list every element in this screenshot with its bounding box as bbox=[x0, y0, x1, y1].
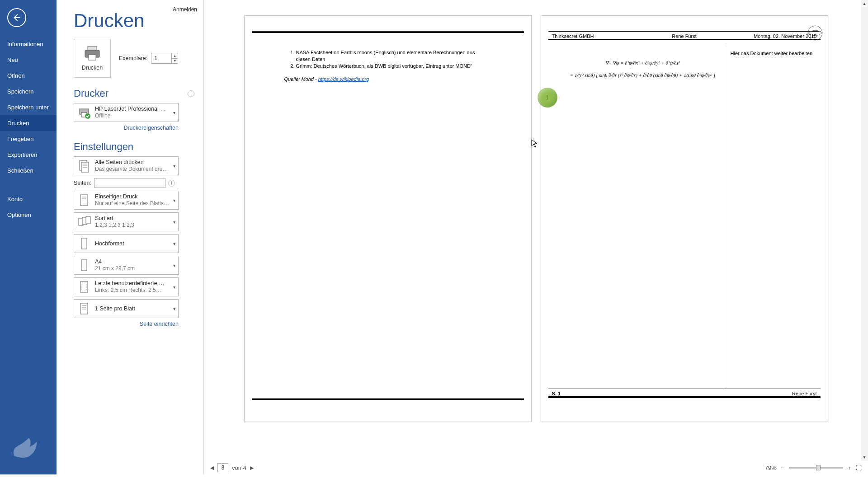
source-label: Quelle: Mond - bbox=[284, 76, 318, 82]
zoom-slider[interactable] bbox=[789, 467, 843, 469]
sidebar-item-speichern[interactable]: Speichern bbox=[0, 84, 57, 99]
pages-input[interactable] bbox=[94, 178, 165, 188]
sidebar-item-informationen[interactable]: Informationen bbox=[0, 36, 57, 52]
page-setup-link[interactable]: Seite einrichten bbox=[74, 321, 179, 327]
svg-rect-7 bbox=[81, 162, 89, 172]
single-side-icon bbox=[77, 193, 91, 207]
sidebar-item-freigeben[interactable]: Freigeben bbox=[0, 131, 57, 147]
pages-icon bbox=[77, 159, 91, 173]
printer-status-icon bbox=[77, 105, 91, 120]
printer-section-heading: Drucker i bbox=[74, 88, 194, 99]
sidebar-item-oeffnen[interactable]: Öffnen bbox=[0, 68, 57, 84]
sidebar-item-schliessen[interactable]: Schließen bbox=[0, 163, 57, 178]
chevron-down-icon: ▾ bbox=[173, 110, 175, 115]
pages-row: Seiten: i bbox=[74, 178, 194, 188]
duplex-selector[interactable]: Einseitiger Druck Nur auf eine Seite des… bbox=[74, 191, 179, 210]
backstage: Informationen Neu Öffnen Speichern Speic… bbox=[0, 0, 868, 474]
collate-selector[interactable]: Sortiert 1;2;3 1;2;3 1;2;3 ▾ bbox=[74, 212, 179, 231]
comment-text: Hier das Dokument weiter bearbeiten bbox=[731, 51, 813, 56]
of-pages-label: von 4 bbox=[232, 465, 246, 471]
doc-header-date: Montag, 02. November 2015 bbox=[728, 33, 816, 39]
copies-label: Exemplare: bbox=[119, 55, 147, 61]
chevron-down-icon: ▾ bbox=[173, 285, 175, 290]
printer-properties-link[interactable]: Druckereigenschaften bbox=[74, 125, 179, 131]
bird-logo-icon bbox=[9, 431, 41, 463]
preview-scrollbar[interactable]: ▲ ▼ bbox=[861, 0, 868, 461]
next-page-icon[interactable]: ▶ bbox=[250, 465, 254, 471]
scroll-up-icon[interactable]: ▲ bbox=[861, 0, 868, 7]
copies-spinner[interactable]: ▲ ▼ bbox=[171, 53, 178, 63]
one-per-sheet-icon bbox=[77, 301, 91, 316]
signin-link[interactable]: Anmelden bbox=[173, 6, 197, 13]
copies-input[interactable]: 1 ▲ ▼ bbox=[151, 53, 178, 64]
svg-rect-18 bbox=[81, 260, 87, 271]
printer-status: Offline bbox=[95, 113, 167, 120]
sidebar-item-exportieren[interactable]: Exportieren bbox=[0, 147, 57, 163]
print-button[interactable]: Drucken bbox=[74, 39, 111, 78]
zoom-thumb[interactable] bbox=[816, 465, 821, 470]
doc-header-company: Thinksecret GMBH bbox=[552, 33, 640, 39]
sidebar-item-optionen[interactable]: Optionen bbox=[0, 207, 57, 223]
backstage-sidebar: Informationen Neu Öffnen Speichern Speic… bbox=[0, 0, 57, 474]
chevron-down-icon: ▾ bbox=[173, 241, 175, 246]
collate-icon bbox=[77, 215, 91, 229]
spin-down-icon[interactable]: ▼ bbox=[171, 59, 178, 64]
printer-icon bbox=[83, 46, 101, 61]
print-action-row: Drucken Exemplare: 1 ▲ ▼ bbox=[74, 39, 194, 78]
equation-1: ∇ · ∇ψ = ∂²ψ/∂x² + ∂²ψ/∂y² + ∂²ψ/∂z² bbox=[566, 59, 719, 67]
svg-rect-2 bbox=[89, 55, 96, 60]
prev-page-icon[interactable]: ◀ bbox=[210, 465, 214, 471]
svg-rect-17 bbox=[81, 238, 87, 249]
print-what-selector[interactable]: Alle Seiten drucken Das gesamte Dokument… bbox=[74, 156, 179, 175]
equation-2: = 1/(r² sinθ) [ sinθ ∂/∂r (r² ∂ψ/∂r) + ∂… bbox=[566, 71, 719, 80]
paper-size-selector[interactable]: A4 21 cm x 29,7 cm ▾ bbox=[74, 256, 179, 275]
doc-footer-page: S. 1 bbox=[552, 391, 684, 396]
back-button[interactable] bbox=[7, 8, 26, 27]
page-title: Drucken bbox=[74, 10, 194, 32]
sidebar-item-neu[interactable]: Neu bbox=[0, 52, 57, 68]
doc-footer-author: Rene Fürst bbox=[684, 391, 817, 396]
printer-name: HP LaserJet Professional CP… bbox=[95, 105, 167, 113]
preview-page-right: Thinksecret GMBH Rene Fürst Montag, 02. … bbox=[541, 15, 828, 422]
zoom-value: 79% bbox=[765, 465, 777, 471]
sidebar-item-drucken[interactable]: Drucken bbox=[0, 115, 57, 131]
source-link: https://de.wikipedia.org bbox=[318, 76, 369, 82]
preview-page-left: NASA Factsheet on Earth's moons (Englisc… bbox=[244, 15, 532, 422]
pages-per-sheet-selector[interactable]: 1 Seite pro Blatt ▾ bbox=[74, 299, 179, 318]
copies-block: Exemplare: 1 ▲ ▼ bbox=[119, 53, 178, 64]
print-preview-pane: NASA Factsheet on Earth's moons (Englisc… bbox=[203, 0, 868, 474]
scroll-down-icon[interactable]: ▼ bbox=[861, 454, 868, 461]
preview-footer-bar: ◀ von 4 ▶ 79% − + ⛶ bbox=[204, 461, 868, 474]
zoom-in-icon[interactable]: + bbox=[848, 465, 851, 471]
info-icon[interactable]: i bbox=[188, 90, 194, 97]
settings-section-heading: Einstellungen bbox=[74, 141, 194, 153]
chevron-down-icon: ▾ bbox=[173, 306, 175, 311]
doc-header-author: Rene Fürst bbox=[640, 33, 728, 39]
reference-bubble: 1 bbox=[538, 88, 557, 108]
current-page-input[interactable] bbox=[217, 463, 228, 472]
spin-up-icon[interactable]: ▲ bbox=[171, 53, 178, 59]
info-icon[interactable]: i bbox=[168, 180, 175, 187]
paper-icon bbox=[77, 258, 91, 272]
svg-rect-19 bbox=[80, 282, 88, 292]
chevron-down-icon: ▾ bbox=[173, 263, 175, 268]
printer-selector[interactable]: HP LaserJet Professional CP… Offline ▾ bbox=[74, 103, 179, 122]
print-button-label: Drucken bbox=[82, 65, 103, 71]
orientation-selector[interactable]: Hochformat ▾ bbox=[74, 234, 179, 253]
svg-rect-0 bbox=[88, 47, 97, 50]
pages-label: Seiten: bbox=[74, 180, 91, 186]
chevron-down-icon: ▾ bbox=[173, 164, 175, 169]
margins-selector[interactable]: Letzte benutzerdefinierte Sei… Links: 2,… bbox=[74, 277, 179, 296]
sidebar-item-konto[interactable]: Konto bbox=[0, 191, 57, 207]
preview-canvas: NASA Factsheet on Earth's moons (Englisc… bbox=[204, 0, 868, 461]
fit-to-window-icon[interactable]: ⛶ bbox=[856, 465, 862, 471]
svg-rect-16 bbox=[86, 216, 90, 224]
sidebar-item-speichern-unter[interactable]: Speichern unter bbox=[0, 99, 57, 115]
list-item: NASA Factsheet on Earth's moons (Englisc… bbox=[296, 50, 475, 62]
mouse-cursor-icon bbox=[531, 139, 538, 148]
zoom-out-icon[interactable]: − bbox=[781, 465, 785, 471]
moon-logo-icon bbox=[806, 24, 824, 42]
chevron-down-icon: ▾ bbox=[173, 220, 175, 225]
print-settings-panel: Anmelden Drucken Drucken Exemplare: 1 ▲ … bbox=[57, 0, 203, 474]
portrait-icon bbox=[77, 236, 91, 251]
